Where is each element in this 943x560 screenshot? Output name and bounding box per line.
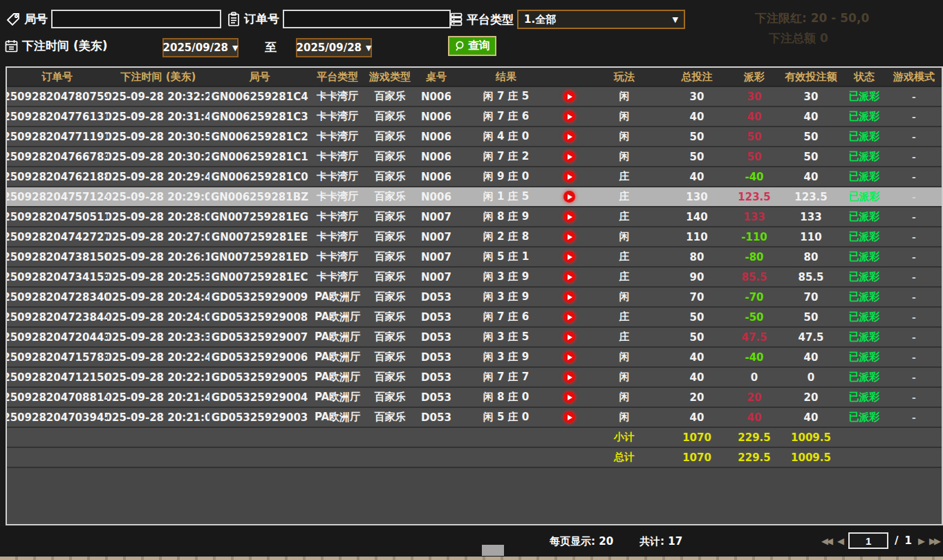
table-row[interactable]: 2509282047204432025-09-28 20:23:32GD0532… — [7, 328, 942, 348]
cell-round: GD05325929009 — [209, 288, 310, 306]
cell-order: 250928204766783 — [7, 147, 107, 166]
result-video-cell — [554, 167, 583, 186]
next-page-button[interactable]: ▶ — [918, 536, 923, 546]
subtotal-row-order — [7, 428, 107, 447]
cell-table: D053 — [415, 288, 458, 306]
column-header-time: 下注时间 (美东) — [107, 68, 209, 86]
play-video-icon[interactable] — [563, 191, 575, 203]
query-button[interactable]: 查询 — [448, 36, 496, 56]
clipboard-icon — [227, 12, 241, 27]
table-row[interactable]: 2509282047238442025-09-28 20:24:03GD0532… — [7, 308, 942, 328]
cell-payout: 47.5 — [729, 328, 780, 346]
subtotal-row-valid: 1009.5 — [780, 428, 842, 447]
column-header-payout: 派彩 — [729, 68, 780, 86]
table-row[interactable]: 2509282047711912025-09-28 20:30:59GN0062… — [7, 127, 942, 147]
table-row[interactable]: 2509282047157832025-09-28 20:22:49GD0532… — [7, 348, 942, 368]
table-row[interactable]: 2509282047571242025-09-28 20:29:03GN0062… — [7, 187, 942, 207]
play-video-icon[interactable] — [563, 411, 575, 423]
prev-page-button[interactable]: ◀ — [837, 536, 842, 546]
cell-total: 70 — [665, 288, 729, 306]
play-video-icon[interactable] — [563, 231, 575, 243]
table-row[interactable]: 2509282047283402025-09-28 20:24:44GD0532… — [7, 288, 942, 308]
order-number-input[interactable] — [283, 10, 451, 28]
cell-platform: 卡卡湾厅 — [310, 248, 365, 266]
column-header-mode: 游戏模式 — [886, 68, 942, 86]
cell-total: 50 — [665, 127, 729, 146]
result-video-cell — [554, 268, 583, 286]
table-row[interactable]: 2509282047505112025-09-28 20:28:09GN0072… — [7, 207, 942, 227]
table-row[interactable]: 2509282047427272025-09-28 20:27:00GN0072… — [7, 227, 942, 248]
column-header-game: 游戏类型 — [365, 68, 415, 86]
table-row[interactable]: 2509282047121562025-09-28 20:22:16GD0532… — [7, 368, 942, 388]
cell-time: 2025-09-28 20:24:03 — [107, 308, 209, 326]
date-from-picker[interactable]: 2025/09/28 ▼ — [162, 38, 239, 57]
play-video-icon[interactable] — [563, 151, 575, 162]
table-row[interactable]: 2509282047621882025-09-28 20:29:45GN0062… — [7, 167, 942, 187]
grand-total-row-payout: 229.5 — [729, 448, 780, 467]
play-video-icon[interactable] — [563, 91, 575, 102]
cell-mode: - — [886, 248, 942, 266]
cell-time: 2025-09-28 20:25:38 — [107, 268, 209, 286]
play-video-icon[interactable] — [563, 371, 575, 383]
table-row[interactable]: 2509282047761312025-09-28 20:31:43GN0062… — [7, 107, 942, 127]
cell-round: GD05325929005 — [209, 368, 310, 386]
result-video-cell — [554, 127, 583, 146]
cell-result: 闲 8 庄 9 — [458, 207, 554, 226]
table-row[interactable]: 2509282047381562025-09-28 20:26:16GN0072… — [7, 248, 942, 268]
cell-mode: - — [886, 127, 942, 146]
play-video-icon[interactable] — [563, 391, 575, 403]
cell-status: 已派彩 — [842, 288, 886, 306]
play-video-icon[interactable] — [563, 171, 575, 183]
cell-time: 2025-09-28 20:22:49 — [107, 348, 209, 366]
subtotal-row: 小计1070229.51009.5 — [7, 428, 942, 448]
table-row[interactable]: 2509282047667832025-09-28 20:30:23GN0062… — [7, 147, 942, 167]
cell-order: 250928204728340 — [7, 288, 107, 306]
cell-status: 已派彩 — [842, 348, 886, 366]
table-row[interactable]: 2509282047039452025-09-28 20:21:01GD0532… — [7, 408, 942, 428]
column-header-result: 结果 — [458, 68, 554, 86]
cell-round: GN007259281ED — [209, 248, 310, 266]
date-to-picker[interactable]: 2025/09/28 ▼ — [296, 38, 372, 57]
cell-platform: 卡卡湾厅 — [310, 107, 365, 126]
table-header-row: 订单号下注时间 (美东)局号平台类型游戏类型桌号结果玩法总投注派彩有效投注额状态… — [7, 68, 942, 87]
cell-payout: 133 — [729, 207, 780, 226]
cell-side: 庄 — [583, 328, 665, 346]
background-watermark-line2: 下注总额 0 — [769, 30, 828, 46]
cell-platform: 卡卡湾厅 — [310, 147, 365, 166]
play-video-icon[interactable] — [563, 291, 575, 303]
first-page-button[interactable]: ◀◀ — [821, 536, 831, 546]
cell-payout: 30 — [729, 87, 780, 106]
result-video-cell — [554, 348, 583, 366]
cell-order: 250928204742727 — [7, 227, 107, 246]
play-video-icon[interactable] — [563, 271, 575, 283]
round-number-input[interactable] — [51, 10, 221, 28]
grand-total-row-play — [554, 448, 583, 467]
grand-total-row-status — [842, 448, 886, 467]
play-video-icon[interactable] — [563, 251, 575, 263]
cell-game: 百家乐 — [365, 107, 415, 126]
table-row[interactable]: 2509282047088142025-09-28 20:21:46GD0532… — [7, 388, 942, 408]
page-number-input[interactable] — [848, 532, 888, 549]
toolbar: 局号 订单号 平台类型 1.全部 ▼ — [0, 0, 943, 66]
cell-game: 百家乐 — [365, 328, 415, 346]
cell-status: 已派彩 — [842, 147, 886, 166]
query-button-label: 查询 — [468, 39, 490, 53]
play-video-icon[interactable] — [563, 331, 575, 343]
table-row[interactable]: 2509282047341532025-09-28 20:25:38GN0072… — [7, 268, 942, 288]
cell-mode: - — [886, 408, 942, 427]
table-row[interactable]: 2509282047807592025-09-28 20:32:22GN0062… — [7, 87, 942, 107]
cell-payout: -40 — [729, 167, 780, 186]
play-video-icon[interactable] — [563, 211, 575, 223]
platform-type-select[interactable]: 1.全部 ▼ — [517, 10, 685, 29]
play-video-icon[interactable] — [563, 311, 575, 323]
last-page-button[interactable]: ▶▶ — [929, 536, 939, 546]
cell-payout: 20 — [729, 388, 780, 407]
grand-total-row-game — [365, 448, 415, 467]
column-header-play — [554, 68, 583, 86]
cell-result: 闲 3 庄 5 — [458, 328, 554, 346]
column-header-round: 局号 — [209, 68, 310, 86]
play-video-icon[interactable] — [563, 111, 575, 122]
play-video-icon[interactable] — [563, 351, 575, 363]
cell-payout: 50 — [729, 127, 780, 146]
play-video-icon[interactable] — [563, 131, 575, 142]
